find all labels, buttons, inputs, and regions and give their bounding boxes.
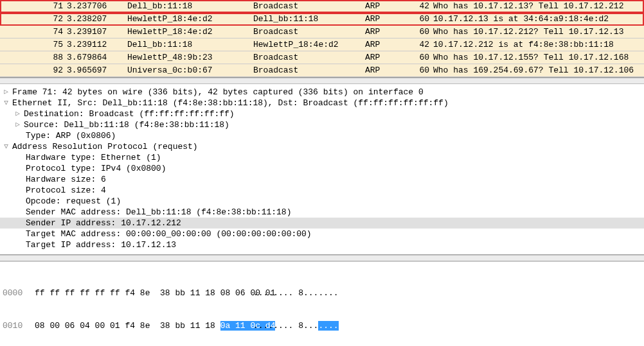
hex-ascii: ........ 8....... bbox=[253, 288, 339, 298]
hex-offset: 0000 bbox=[3, 288, 35, 298]
hex-dump: 0000 ff ff ff ff ff ff f4 8e 38 bb 11 18… bbox=[0, 261, 644, 346]
splitter[interactable] bbox=[0, 255, 644, 261]
arp-hw-type[interactable]: Hardware type: Ethernet (1) bbox=[0, 152, 644, 163]
hex-row[interactable]: 0010 08 00 06 04 00 01 f4 8e 38 bb 11 18… bbox=[3, 320, 641, 331]
packet-row[interactable]: 75 3.239112 Dell_bb:11:18 HewlettP_18:4e… bbox=[0, 39, 644, 51]
expand-icon[interactable]: ▷ bbox=[3, 89, 10, 96]
arp-hw-size[interactable]: Hardware size: 6 bbox=[0, 174, 644, 185]
hex-row[interactable]: 0000 ff ff ff ff ff ff f4 8e 38 bb 11 18… bbox=[3, 288, 641, 298]
packet-row[interactable]: 74 3.239107 HewlettP_18:4e:d2 Broadcast … bbox=[0, 26, 644, 39]
expand-icon[interactable]: ▷ bbox=[14, 121, 21, 128]
eth-dst[interactable]: ▷ Destination: Broadcast (ff:ff:ff:ff:ff… bbox=[0, 108, 644, 119]
collapse-icon[interactable]: ▽ bbox=[3, 99, 10, 107]
packet-details: ▷ Frame 71: 42 bytes on wire (336 bits),… bbox=[0, 84, 644, 255]
col-time: 3.237706 bbox=[67, 1, 127, 11]
col-no: 71 bbox=[48, 1, 67, 11]
col-src: Dell_bb:11:18 bbox=[127, 1, 253, 11]
col-len: 42 bbox=[413, 1, 432, 11]
hex-bytes: 08 00 06 04 00 01 f4 8e 38 bb 11 18 0a 1… bbox=[35, 320, 253, 331]
hex-bytes: ff ff ff ff ff ff f4 8e 38 bb 11 18 08 0… bbox=[35, 288, 253, 298]
splitter[interactable] bbox=[0, 78, 644, 84]
frame-header[interactable]: ▷ Frame 71: 42 bytes on wire (336 bits),… bbox=[0, 87, 644, 98]
col-proto: ARP bbox=[365, 1, 413, 11]
packet-row[interactable]: 71 3.237706 Dell_bb:11:18 Broadcast ARP … bbox=[0, 0, 644, 13]
packet-list: 71 3.237706 Dell_bb:11:18 Broadcast ARP … bbox=[0, 0, 644, 78]
expand-icon[interactable]: ▷ bbox=[14, 110, 21, 117]
arp-sender-ip[interactable]: Sender IP address: 10.17.12.212 bbox=[0, 218, 644, 229]
hex-ascii: ........ 8....... bbox=[253, 320, 339, 331]
eth-src[interactable]: ▷ Source: Dell_bb:11:18 (f4:8e:38:bb:11:… bbox=[0, 119, 644, 130]
packet-row[interactable]: 88 3.679864 HewlettP_48:9b:23 Broadcast … bbox=[0, 51, 644, 64]
arp-header[interactable]: ▽ Address Resolution Protocol (request) bbox=[0, 141, 644, 152]
hex-offset: 0010 bbox=[3, 320, 35, 331]
arp-proto-type[interactable]: Protocol type: IPv4 (0x0800) bbox=[0, 163, 644, 174]
packet-row[interactable]: 72 3.238207 HewlettP_18:4e:d2 Dell_bb:11… bbox=[0, 13, 644, 26]
col-dst: Broadcast bbox=[253, 1, 365, 11]
ascii-highlight: .... bbox=[318, 321, 338, 331]
arp-sender-mac[interactable]: Sender MAC address: Dell_bb:11:18 (f4:8e… bbox=[0, 207, 644, 218]
arp-proto-size[interactable]: Protocol size: 4 bbox=[0, 185, 644, 196]
arp-target-ip[interactable]: Target IP address: 10.17.12.13 bbox=[0, 239, 644, 250]
col-info: Who has 10.17.12.13? Tell 10.17.12.212 bbox=[432, 1, 644, 11]
arp-opcode[interactable]: Opcode: request (1) bbox=[0, 196, 644, 207]
packet-row[interactable]: 92 3.965697 Universa_0c:b0:67 Broadcast … bbox=[0, 64, 644, 77]
ethernet-header[interactable]: ▽ Ethernet II, Src: Dell_bb:11:18 (f4:8e… bbox=[0, 98, 644, 108]
arp-target-mac[interactable]: Target MAC address: 00:00:00_00:00:00 (0… bbox=[0, 229, 644, 239]
eth-type[interactable]: Type: ARP (0x0806) bbox=[0, 130, 644, 141]
collapse-icon[interactable]: ▽ bbox=[3, 143, 10, 150]
